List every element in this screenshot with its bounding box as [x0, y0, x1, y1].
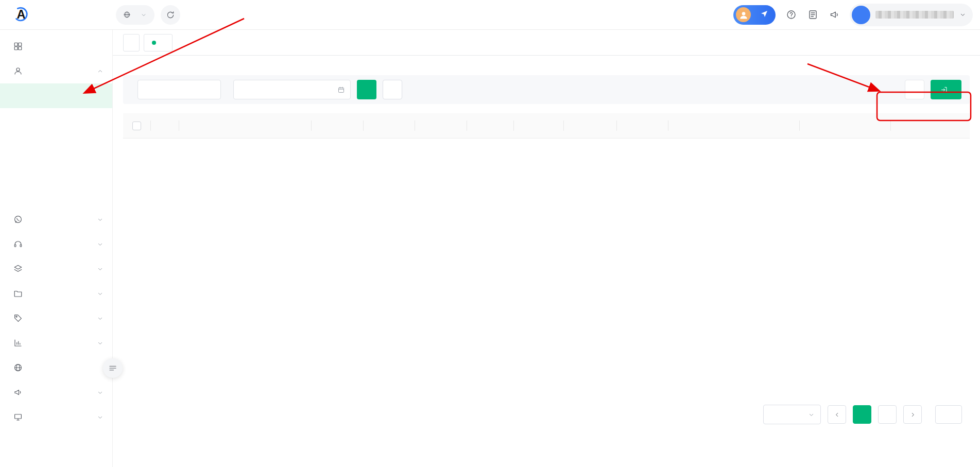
batch-import-button[interactable] [931, 80, 961, 99]
column-header-login-env [415, 113, 467, 138]
tab-home[interactable] [123, 34, 140, 51]
send-icon [760, 10, 768, 20]
grid-icon [13, 42, 23, 51]
goto-page-input[interactable] [935, 405, 962, 424]
column-header-actions [890, 113, 970, 138]
next-page-button[interactable] [903, 405, 922, 424]
chevron-down-icon [96, 265, 104, 273]
table-header [123, 113, 970, 138]
contact-support-button[interactable] [733, 5, 776, 25]
refresh-button[interactable] [161, 5, 180, 25]
announcement-icon[interactable] [828, 9, 840, 21]
sidebar-nav [0, 30, 113, 467]
app-logo: A [0, 5, 113, 25]
filter-bar [123, 75, 970, 104]
column-header-task-status [513, 113, 563, 138]
main-area [113, 30, 980, 467]
table-wrapper [123, 113, 970, 394]
sidebar-item-seat-mgmt[interactable] [0, 232, 112, 256]
sidebar-item-content-mgmt[interactable] [0, 281, 112, 306]
sidebar-item-home[interactable] [0, 34, 112, 59]
sidebar-item-edit-profile[interactable] [0, 133, 112, 158]
sidebar-collapse-button[interactable] [103, 358, 123, 378]
sidebar-item-account-mgmt[interactable] [0, 59, 112, 83]
chevron-down-icon [96, 290, 104, 298]
sidebar-item-ticket-mgmt[interactable] [0, 256, 112, 281]
line-selector-dropdown[interactable] [116, 5, 154, 25]
user-email-redacted [875, 11, 954, 19]
tag-icon [13, 314, 23, 323]
export-data-button[interactable] [905, 80, 924, 99]
chevron-down-icon [140, 11, 147, 19]
chevron-down-icon [96, 413, 104, 421]
top-header: A [0, 0, 980, 30]
header-right-cluster [733, 4, 980, 26]
bar-chart-icon [13, 338, 23, 348]
column-header-id [150, 113, 179, 138]
pagination [123, 405, 970, 424]
whatsapp-icon [13, 215, 23, 224]
column-header-import-success [563, 113, 616, 138]
chevron-down-icon [959, 11, 967, 19]
chevron-down-icon [96, 216, 104, 223]
page-content [113, 67, 980, 424]
chevron-down-icon [96, 339, 104, 347]
sidebar-item-tag-mgmt[interactable] [0, 158, 112, 182]
column-header-account-env [467, 113, 513, 138]
page-size-select[interactable] [763, 405, 821, 424]
globe-icon [13, 363, 23, 372]
import-table [123, 113, 970, 139]
layers-icon [13, 264, 23, 273]
calendar-icon [337, 86, 345, 94]
svg-text:A: A [17, 7, 26, 21]
active-tab-dot [152, 41, 156, 45]
monitor-icon [13, 412, 23, 422]
import-icon [940, 86, 948, 94]
app-root: A [0, 0, 980, 467]
search-button[interactable] [357, 80, 376, 99]
folder-icon [13, 289, 23, 298]
column-header-account-category [363, 113, 415, 138]
headset-icon [13, 239, 23, 249]
chevron-down-icon [96, 315, 104, 322]
column-header-import-fail [616, 113, 668, 138]
column-header-import-time [799, 113, 890, 138]
page-button-1[interactable] [853, 405, 871, 424]
tab-account-import[interactable] [144, 34, 173, 51]
sidebar-item-whatsapp-api[interactable] [0, 207, 112, 232]
sidebar-item-message-mgmt[interactable] [0, 380, 112, 405]
megaphone-icon [13, 388, 23, 397]
feedback-form-icon[interactable] [806, 9, 819, 21]
help-icon[interactable] [785, 9, 797, 21]
user-icon [13, 66, 23, 76]
page-button-2[interactable] [878, 405, 897, 424]
column-header-account-type [311, 113, 363, 138]
sidebar-item-ip-mgmt[interactable] [0, 355, 112, 380]
chevron-down-icon [807, 411, 815, 419]
date-range-picker[interactable] [233, 80, 351, 99]
sidebar-item-log-mgmt[interactable] [0, 405, 112, 429]
sidebar-item-moment-publish[interactable] [0, 182, 112, 207]
chevron-up-icon [96, 67, 104, 75]
globe-icon [123, 11, 131, 19]
logo-icon: A [12, 5, 30, 25]
tab-bar [113, 30, 980, 56]
column-header-filename [179, 113, 311, 138]
user-menu[interactable] [850, 4, 973, 26]
chevron-down-icon [96, 389, 104, 396]
sidebar-item-data-mgmt[interactable] [0, 331, 112, 355]
filename-input[interactable] [137, 80, 221, 99]
user-avatar [852, 6, 870, 24]
select-all-checkbox[interactable] [132, 122, 141, 130]
support-avatar [736, 7, 751, 22]
prev-page-button[interactable] [828, 405, 846, 424]
chevron-down-icon [96, 240, 104, 248]
reset-button[interactable] [383, 80, 402, 99]
sidebar-item-marketing-mgmt[interactable] [0, 306, 112, 331]
column-header-remark [668, 113, 799, 138]
sidebar-item-account-list[interactable] [0, 108, 112, 133]
sidebar-item-account-import[interactable] [0, 83, 112, 108]
